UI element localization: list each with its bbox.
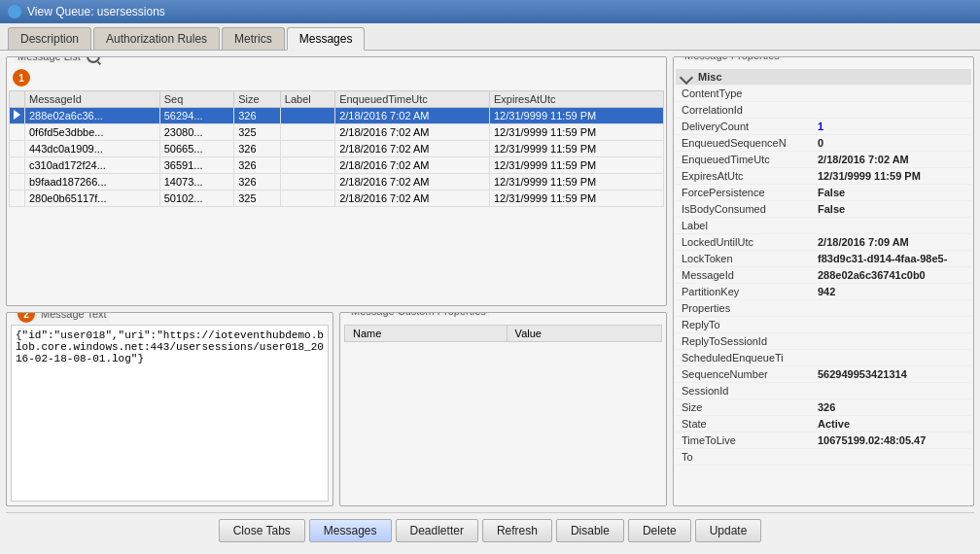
props-row: State Active [676, 416, 971, 433]
col-enqueued[interactable]: EnqueuedTimeUtc [335, 91, 490, 108]
row-seq: 36591... [159, 157, 233, 174]
props-table: Misc ContentType CorrelationId DeliveryC… [676, 69, 971, 466]
prop-key: LockedUntilUtc [676, 234, 812, 251]
props-row: Size 326 [676, 399, 971, 416]
message-list-group: Message List 1 Messag [6, 56, 667, 306]
props-row: IsBodyConsumed False [676, 201, 971, 218]
row-seq: 50665... [159, 141, 233, 157]
custom-props-wrapper[interactable]: Name Value [344, 325, 662, 502]
tab-description[interactable]: Description [8, 27, 91, 50]
message-text-area[interactable] [11, 325, 329, 502]
deadletter-button[interactable]: Deadletter [396, 519, 478, 542]
prop-value [812, 350, 971, 366]
table-row[interactable]: 443dc0a1909... 50665... 326 2/18/2016 7:… [10, 141, 664, 157]
row-size: 326 [234, 108, 281, 124]
props-row: EnqueuedTimeUtc 2/18/2016 7:02 AM [676, 152, 971, 168]
row-expires: 12/31/9999 11:59 PM [489, 157, 663, 174]
row-enqueued: 2/18/2016 7:02 AM [335, 174, 490, 190]
props-row: Label [676, 218, 971, 234]
row-label [280, 141, 334, 157]
row-size: 325 [234, 124, 281, 141]
refresh-button[interactable]: Refresh [482, 519, 552, 542]
props-section-misc[interactable]: Misc [676, 69, 971, 86]
table-row[interactable]: b9faad187266... 14073... 326 2/18/2016 7… [10, 174, 664, 190]
prop-value: 12/31/9999 11:59 PM [812, 168, 971, 185]
message-list-table-wrapper[interactable]: MessageId Seq Size Label EnqueuedTimeUtc… [9, 90, 664, 303]
row-label [280, 124, 334, 141]
table-row[interactable]: 288e02a6c36... 56294... 326 2/18/2016 7:… [10, 108, 664, 124]
row-label [280, 108, 334, 124]
message-text-label: 2 Message Text [15, 312, 110, 323]
row-expires: 12/31/9999 11:59 PM [489, 174, 663, 190]
row-enqueued: 2/18/2016 7:02 AM [335, 141, 490, 157]
top-row: Message List 1 Messag [6, 56, 974, 506]
prop-value [812, 383, 971, 399]
props-row: SessionId [676, 383, 971, 399]
props-row: ScheduledEnqueueTi [676, 350, 971, 366]
prop-value: 326 [812, 399, 971, 416]
table-row[interactable]: c310ad172f24... 36591... 326 2/18/2016 7… [10, 157, 664, 174]
title-text: View Queue: usersessions [27, 5, 165, 18]
close-tabs-button[interactable]: Close Tabs [219, 519, 305, 542]
row-size: 326 [234, 141, 281, 157]
tab-metrics[interactable]: Metrics [222, 27, 285, 50]
prop-value [812, 333, 971, 350]
prop-key: SessionId [676, 383, 812, 399]
messages-button[interactable]: Messages [309, 519, 392, 542]
row-size: 326 [234, 174, 281, 190]
row-arrow [10, 124, 25, 141]
col-name: Name [345, 326, 508, 342]
update-button[interactable]: Update [695, 519, 762, 542]
table-row[interactable]: 0f6fd5e3dbbe... 23080... 325 2/18/2016 7… [10, 124, 664, 141]
prop-key: Label [676, 218, 812, 234]
prop-key: IsBodyConsumed [676, 201, 812, 218]
row-seq: 56294... [159, 108, 233, 124]
row-label [280, 174, 334, 190]
delete-button[interactable]: Delete [628, 519, 691, 542]
prop-key: PartitionKey [676, 284, 812, 300]
props-row: LockedUntilUtc 2/18/2016 7:09 AM [676, 234, 971, 251]
row-seq: 14073... [159, 174, 233, 190]
search-icon[interactable] [87, 56, 100, 63]
prop-key: EnqueuedSequenceN [676, 135, 812, 152]
row-arrow [10, 174, 25, 190]
row-arrow [10, 157, 25, 174]
props-row: ReplyToSessionId [676, 333, 971, 350]
prop-value: 2/18/2016 7:09 AM [812, 234, 971, 251]
message-properties-group: Message Properties Misc ContentType Corr… [673, 56, 974, 506]
row-expires: 12/31/9999 11:59 PM [489, 124, 663, 141]
prop-value: 288e02a6c36741c0b0 [812, 267, 971, 284]
row-size: 325 [234, 190, 281, 207]
col-seq[interactable]: Seq [159, 91, 233, 108]
prop-value: 1 [812, 119, 971, 135]
row-arrow [10, 190, 25, 207]
prop-key: TimeToLive [676, 433, 812, 449]
table-row[interactable]: 280e0b65117f... 50102... 325 2/18/2016 7… [10, 190, 664, 207]
prop-value [812, 449, 971, 466]
row-seq: 23080... [159, 124, 233, 141]
tab-messages[interactable]: Messages [287, 27, 366, 51]
tab-authorization[interactable]: Authorization Rules [93, 27, 220, 50]
prop-key: ReplyTo [676, 317, 812, 333]
message-list-badge: 1 [13, 69, 30, 87]
prop-key: EnqueuedTimeUtc [676, 152, 812, 168]
col-size[interactable]: Size [234, 91, 281, 108]
disable-button[interactable]: Disable [556, 519, 624, 542]
col-expires[interactable]: ExpiresAtUtc [489, 91, 663, 108]
prop-value: False [812, 201, 971, 218]
title-bar: View Queue: usersessions [0, 0, 980, 23]
prop-key: ExpiresAtUtc [676, 168, 812, 185]
col-label[interactable]: Label [280, 91, 334, 108]
props-row: ForcePersistence False [676, 185, 971, 201]
message-custom-group: Message Custom Properties Name Value [339, 312, 667, 506]
row-id: 0f6fd5e3dbbe... [25, 124, 160, 141]
col-messageid[interactable]: MessageId [25, 91, 160, 108]
props-scroll[interactable]: Misc ContentType CorrelationId DeliveryC… [676, 69, 971, 503]
message-text-badge: 2 [18, 312, 35, 323]
row-id: 443dc0a1909... [25, 141, 160, 157]
prop-value [812, 218, 971, 234]
col-arrow [10, 91, 25, 108]
app-icon [8, 5, 21, 18]
row-label [280, 190, 334, 207]
prop-key: ScheduledEnqueueTi [676, 350, 812, 366]
